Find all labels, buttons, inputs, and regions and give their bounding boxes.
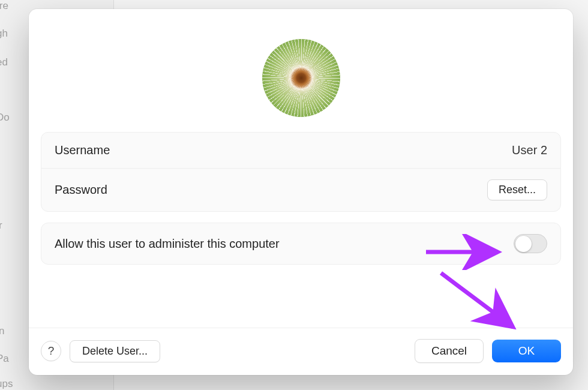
cancel-button[interactable]: Cancel bbox=[415, 339, 484, 363]
bg-text-frag: n bbox=[0, 325, 4, 337]
admin-row: Allow this user to administer this compu… bbox=[41, 223, 560, 264]
username-label: Username bbox=[55, 143, 110, 157]
delete-user-button[interactable]: Delete User... bbox=[70, 340, 160, 362]
username-value: User 2 bbox=[512, 143, 547, 157]
admin-section: Allow this user to administer this compu… bbox=[41, 223, 561, 265]
toggle-knob-icon bbox=[515, 236, 532, 252]
bg-text-frag: tre bbox=[0, 0, 8, 12]
admin-label: Allow this user to administer this compu… bbox=[55, 237, 280, 251]
help-button[interactable]: ? bbox=[41, 341, 61, 361]
ok-button[interactable]: OK bbox=[492, 340, 561, 362]
bg-text-frag: gh bbox=[0, 28, 8, 40]
dialog-footer: ? Delete User... Cancel OK bbox=[29, 328, 573, 363]
bg-text-frag: ed bbox=[0, 56, 8, 68]
password-label: Password bbox=[55, 183, 107, 197]
bg-text-frag: Pa bbox=[0, 353, 9, 365]
user-settings-dialog: Username User 2 Password Reset... Allow … bbox=[29, 9, 573, 375]
admin-toggle[interactable] bbox=[514, 234, 547, 253]
username-row: Username User 2 bbox=[41, 133, 560, 168]
password-row: Password Reset... bbox=[41, 168, 560, 211]
user-avatar[interactable] bbox=[262, 39, 340, 117]
bg-text-frag: Do bbox=[0, 112, 10, 124]
bg-text-frag: r bbox=[0, 220, 2, 232]
reset-password-button[interactable]: Reset... bbox=[487, 179, 547, 200]
bg-text-frag: ups bbox=[0, 378, 13, 390]
credentials-section: Username User 2 Password Reset... bbox=[41, 132, 561, 212]
avatar-container bbox=[41, 21, 561, 132]
